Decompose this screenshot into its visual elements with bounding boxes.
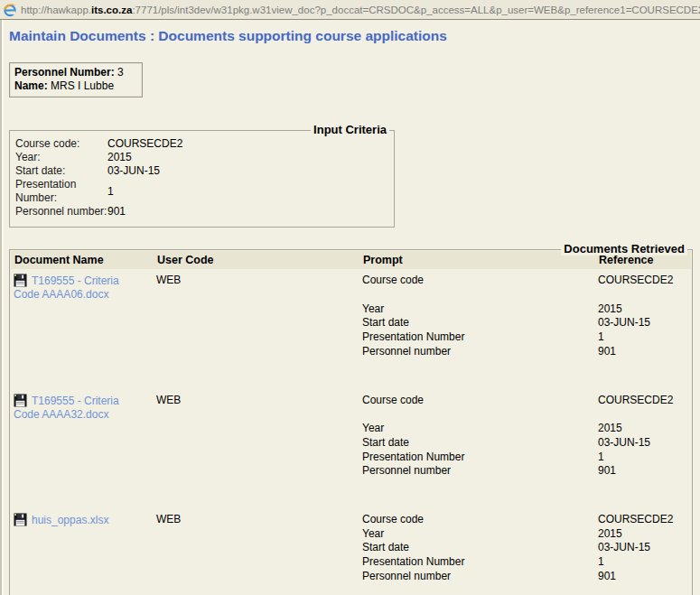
- criteria-field-course-code: Course code: COURSECDE2: [15, 137, 388, 151]
- field-label: Year:: [15, 151, 107, 164]
- url-suffix: :7771/pls/int3dev/w31pkg.w31view_doc?p_d…: [132, 5, 700, 15]
- prompt-text: Course code: [362, 513, 598, 527]
- field-value: 1: [107, 185, 388, 199]
- reference-text: 1: [598, 555, 692, 570]
- user-code-cell: WEB: [156, 394, 362, 407]
- prompt-text: Start date: [362, 436, 598, 451]
- reference-text: COURSECDE2: [598, 274, 692, 288]
- reference-text: 2015: [598, 422, 692, 436]
- personnel-name-label: Name:: [14, 79, 48, 92]
- user-code-cell: WEB: [156, 274, 362, 287]
- personnel-name-value: MRS I Lubbe: [51, 79, 114, 92]
- field-value: COURSECDE2: [107, 137, 388, 151]
- prompt-text: Year: [362, 527, 598, 542]
- prompt-reference-entry: Presentation Number 1: [362, 555, 692, 570]
- prompt-reference-entry: Course code COURSECDE2: [362, 513, 692, 527]
- header-prompt: Prompt: [363, 254, 599, 266]
- field-value: 03-JUN-15: [107, 164, 388, 178]
- header-document-name: Document Name: [14, 254, 157, 266]
- field-label: Start date:: [15, 164, 107, 178]
- reference-text: 03-JUN-15: [598, 541, 692, 555]
- prompt-reference-list: Course code COURSECDE2 Year 2015 Start d…: [362, 394, 692, 479]
- reference-text: 1: [598, 451, 692, 465]
- reference-text: 2015: [598, 527, 692, 542]
- prompt-text: Personnel number: [362, 464, 598, 479]
- prompt-reference-list: Course code COURSECDE2 Year 2015 Start d…: [362, 513, 692, 584]
- prompt-text: Year: [362, 422, 598, 436]
- prompt-text: Presentation Number: [362, 555, 598, 570]
- criteria-field-personnel-number: Personnel number: 901: [15, 205, 388, 218]
- save-floppy-icon[interactable]: [14, 513, 27, 526]
- prompt-reference-entry: Presentation Number 1: [362, 451, 692, 465]
- prompt-text: Start date: [362, 541, 598, 555]
- reference-text: 901: [598, 464, 692, 479]
- criteria-field-presentation-number: Presentation Number: 1: [15, 178, 388, 205]
- reference-text: 2015: [598, 302, 692, 317]
- criteria-field-year: Year: 2015: [15, 151, 388, 164]
- personnel-number-line: Personnel Number: 3: [14, 66, 138, 79]
- personnel-name-line: Name: MRS I Lubbe: [14, 79, 138, 93]
- personnel-box: Personnel Number: 3 Name: MRS I Lubbe: [9, 62, 143, 98]
- input-criteria-legend: Input Criteria: [311, 124, 389, 136]
- url-prefix: http://hawkapp.: [21, 5, 91, 15]
- document-row: T169555 - Criteria Code AAAA06.docx WEB …: [14, 274, 692, 359]
- personnel-number-label: Personnel Number:: [14, 66, 115, 79]
- prompt-text: Course code: [362, 394, 598, 408]
- reference-text: 901: [598, 570, 692, 584]
- input-criteria-fieldset: Input Criteria Course code: COURSECDE2 Y…: [9, 130, 395, 228]
- field-value: 901: [107, 205, 388, 218]
- header-user-code: User Code: [157, 254, 363, 266]
- reference-text: COURSECDE2: [598, 513, 692, 527]
- prompt-reference-entry: Course code COURSECDE2: [362, 274, 692, 288]
- document-name-cell: T169555 - Criteria Code AAAA06.docx: [14, 274, 156, 302]
- prompt-text: Presentation Number: [362, 451, 598, 465]
- page-title: Maintain Documents : Documents supportin…: [9, 28, 693, 44]
- prompt-reference-entry: Personnel number 901: [362, 345, 692, 359]
- address-bar[interactable]: http://hawkapp.its.co.za:7771/pls/int3de…: [0, 0, 700, 20]
- documents-table-body: T169555 - Criteria Code AAAA06.docx WEB …: [10, 270, 692, 584]
- document-link[interactable]: huis_oppas.xlsx: [32, 514, 108, 526]
- window-frame-left: [0, 20, 4, 595]
- document-row: T169555 - Criteria Code AAAA32.docx WEB …: [14, 394, 692, 479]
- document-link[interactable]: T169555 - Criteria Code AAAA06.docx: [14, 274, 119, 301]
- field-label: Course code:: [15, 137, 107, 151]
- prompt-text: Personnel number: [362, 570, 598, 584]
- internet-explorer-icon: [3, 3, 17, 17]
- prompt-reference-entry: Start date 03-JUN-15: [362, 436, 692, 451]
- prompt-reference-list: Course code COURSECDE2 Year 2015 Start d…: [362, 274, 692, 359]
- prompt-text: Presentation Number: [362, 330, 598, 345]
- save-floppy-icon[interactable]: [14, 274, 27, 287]
- page-content: Maintain Documents : Documents supportin…: [0, 28, 700, 595]
- url-text: http://hawkapp.its.co.za:7771/pls/int3de…: [21, 5, 700, 15]
- reference-text: 03-JUN-15: [598, 316, 692, 330]
- user-code-cell: WEB: [156, 513, 362, 526]
- reference-text: COURSECDE2: [598, 394, 692, 408]
- prompt-reference-entry: Presentation Number 1: [362, 330, 692, 345]
- field-label: Personnel number:: [15, 205, 107, 218]
- prompt-reference-entry: Personnel number 901: [362, 464, 692, 479]
- prompt-text: Personnel number: [362, 345, 598, 359]
- document-row: huis_oppas.xlsx WEB Course code COURSECD…: [14, 513, 692, 584]
- prompt-reference-entry: Course code COURSECDE2: [362, 394, 692, 408]
- prompt-text: Course code: [362, 274, 598, 288]
- document-name-cell: huis_oppas.xlsx: [14, 513, 156, 527]
- field-label: Presentation Number:: [15, 178, 107, 205]
- field-value: 2015: [107, 151, 388, 164]
- prompt-reference-entry: Start date 03-JUN-15: [362, 541, 692, 555]
- prompt-reference-entry: Personnel number 901: [362, 570, 692, 584]
- reference-text: 1: [598, 330, 692, 345]
- reference-text: 03-JUN-15: [598, 436, 692, 451]
- reference-text: 901: [598, 345, 692, 359]
- prompt-reference-entry: Year 2015: [362, 527, 692, 542]
- personnel-number-value: 3: [117, 66, 124, 79]
- criteria-field-start-date: Start date: 03-JUN-15: [15, 164, 388, 178]
- documents-retrieved-legend: Documents Retrieved: [561, 243, 687, 256]
- document-link[interactable]: T169555 - Criteria Code AAAA32.docx: [14, 395, 119, 421]
- prompt-text: Start date: [362, 316, 598, 330]
- save-floppy-icon[interactable]: [14, 394, 27, 407]
- prompt-reference-entry: Start date 03-JUN-15: [362, 316, 692, 330]
- url-domain: its.co.za: [91, 5, 132, 15]
- document-name-cell: T169555 - Criteria Code AAAA32.docx: [14, 394, 156, 422]
- prompt-reference-entry: Year 2015: [362, 422, 692, 436]
- prompt-text: Year: [362, 302, 598, 317]
